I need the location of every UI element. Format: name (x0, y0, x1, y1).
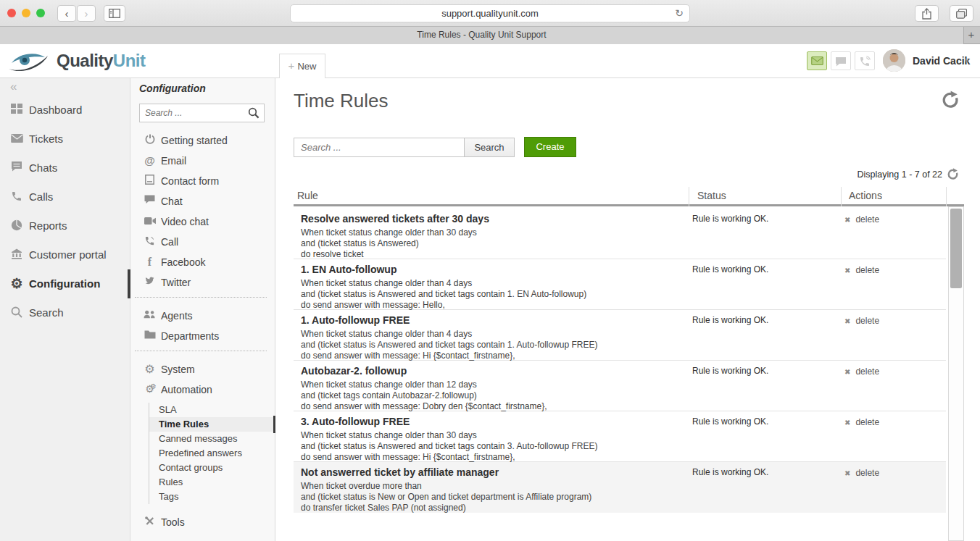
refresh-button[interactable] (941, 91, 960, 109)
subitem-canned-messages[interactable]: Canned messages (149, 432, 275, 446)
reload-icon[interactable]: ↻ (675, 5, 684, 22)
config-search-input[interactable] (145, 105, 243, 121)
sidebar-item-configuration[interactable]: ⚙ Configuration (0, 269, 130, 298)
config-item-label: Getting started (161, 135, 228, 146)
mail-channel-button[interactable] (807, 51, 827, 70)
table-row[interactable]: Autobazar-2. followup When ticket status… (294, 361, 946, 411)
user-name[interactable]: David Cacik (913, 55, 970, 67)
config-item-getting-started[interactable]: Getting started (130, 130, 275, 151)
column-divider (689, 187, 689, 206)
config-item-system[interactable]: ⚙ System (130, 359, 275, 379)
config-item-agents[interactable]: Agents (130, 306, 275, 326)
column-header-rule[interactable]: Rule (297, 190, 318, 201)
rule-status: Rule is working OK. (692, 366, 768, 376)
delete-link[interactable]: delete (855, 417, 879, 427)
table-row[interactable]: 1. EN Auto-followup When ticket status c… (294, 259, 946, 310)
delete-x-icon[interactable]: ✖ (844, 216, 850, 224)
browser-window: ‹ › support.qualityunit.com ↻ (0, 0, 980, 541)
browser-tab[interactable]: Time Rules - Quality Unit Support (0, 27, 964, 44)
table-row[interactable]: Not answerred ticket by affiliate manage… (294, 462, 946, 513)
qualityunit-logo-icon (7, 50, 49, 73)
rule-title[interactable]: Not answerred ticket by affiliate manage… (301, 466, 499, 478)
minimize-window-button[interactable] (22, 9, 30, 17)
delete-x-icon[interactable]: ✖ (844, 419, 850, 427)
sidebar-item-reports[interactable]: Reports (0, 211, 130, 240)
config-item-call[interactable]: Call (130, 232, 275, 252)
search-button[interactable]: Search (464, 138, 515, 157)
sidebar-item-tickets[interactable]: Tickets (0, 125, 130, 154)
subitem-time-rules[interactable]: Time Rules (149, 417, 275, 432)
subitem-predefined-answers[interactable]: Predefined answers (149, 446, 275, 461)
subitem-tags[interactable]: Tags (149, 490, 275, 504)
subitem-label: Rules (159, 477, 183, 487)
automation-sublist: SLA Time Rules Canned messages Predefine… (149, 403, 275, 504)
subitem-sla[interactable]: SLA (149, 403, 275, 417)
create-button[interactable]: Create (524, 137, 576, 157)
column-header-status[interactable]: Status (697, 190, 726, 201)
delete-link[interactable]: delete (855, 265, 879, 275)
chevron-down-icon[interactable]: ∨ (964, 56, 969, 64)
tab-overview-button[interactable] (950, 5, 973, 22)
back-button[interactable]: ‹ (57, 5, 76, 22)
table-row[interactable]: Resolve answered tickets after 30 days W… (294, 209, 946, 259)
config-item-automation[interactable]: ⚙⚙ Automation (130, 379, 275, 400)
sidebar-item-calls[interactable]: Calls (0, 183, 130, 211)
collapse-sidebar-button[interactable]: « (10, 80, 17, 94)
rule-title[interactable]: 1. EN Auto-followup (301, 264, 396, 275)
scrollbar-thumb[interactable] (950, 209, 962, 288)
maximize-window-button[interactable] (36, 9, 45, 17)
config-item-tools[interactable]: Tools (130, 512, 275, 532)
subitem-contact-groups[interactable]: Contact groups (149, 461, 275, 475)
config-search-box[interactable] (139, 104, 265, 122)
sidebar-item-search[interactable]: Search (0, 298, 130, 327)
rules-search-input[interactable] (294, 138, 465, 157)
delete-link[interactable]: delete (855, 366, 879, 377)
new-tab-button[interactable]: + (964, 27, 979, 44)
new-button[interactable]: +New (279, 54, 325, 78)
delete-x-icon[interactable]: ✖ (844, 317, 850, 325)
rule-title[interactable]: 1. Auto-followup FREE (301, 314, 410, 326)
tickets-icon (9, 133, 24, 146)
config-item-email[interactable]: @ Email (130, 151, 275, 171)
sidebar-item-customer-portal[interactable]: Customer portal (0, 240, 130, 269)
config-item-departments[interactable]: Departments (130, 326, 275, 346)
delete-link[interactable]: delete (855, 468, 879, 478)
sidebar-item-dashboard[interactable]: Dashboard (0, 96, 130, 125)
delete-x-icon[interactable]: ✖ (844, 469, 850, 477)
delete-link[interactable]: delete (855, 214, 879, 225)
config-item-twitter[interactable]: Twitter (130, 272, 275, 293)
config-item-contact-form[interactable]: Contact form (130, 171, 275, 191)
share-button[interactable] (915, 5, 939, 22)
rule-condition: and (ticket status is Answered and ticke… (301, 289, 586, 299)
list-refresh-button[interactable] (947, 168, 958, 180)
delete-x-icon[interactable]: ✖ (844, 267, 850, 274)
config-item-facebook[interactable]: f Facebook (130, 252, 275, 272)
sidebar-item-chats[interactable]: Chats (0, 154, 130, 183)
table-row[interactable]: 1. Auto-followup FREE When ticket status… (294, 310, 946, 361)
delete-link[interactable]: delete (855, 316, 879, 326)
config-item-chat[interactable]: Chat (130, 191, 275, 211)
forward-button[interactable]: › (77, 5, 96, 22)
delete-x-icon[interactable]: ✖ (844, 368, 850, 376)
app-header: QualityUnit +New (0, 44, 980, 78)
nav-sidebar: « Dashboard Tickets Chats (0, 78, 130, 541)
tab-title: Time Rules - Quality Unit Support (417, 30, 546, 40)
call-channel-button[interactable] (855, 51, 875, 70)
sidebar-toggle-button[interactable] (104, 5, 125, 22)
rules-table: Resolve answered tickets after 30 days W… (294, 209, 946, 513)
chat-channel-button[interactable] (831, 51, 851, 70)
config-item-video-chat[interactable]: Video chat (130, 211, 275, 232)
column-header-actions[interactable]: Actions (849, 190, 882, 201)
scrollbar-track[interactable] (948, 206, 964, 541)
table-row[interactable]: 3. Auto-followup FREE When ticket status… (294, 411, 946, 462)
sidebar-item-label: Customer portal (29, 248, 107, 261)
user-avatar[interactable] (883, 49, 905, 72)
url-bar[interactable]: support.qualityunit.com ↻ (290, 4, 690, 22)
config-item-label: Video chat (161, 216, 209, 227)
close-window-button[interactable] (7, 9, 16, 17)
subitem-rules[interactable]: Rules (149, 475, 275, 490)
rule-title[interactable]: Resolve answered tickets after 30 days (301, 213, 489, 225)
rule-title[interactable]: Autobazar-2. followup (301, 365, 407, 377)
rule-title[interactable]: 3. Auto-followup FREE (301, 416, 410, 427)
forward-icon: › (85, 7, 88, 20)
